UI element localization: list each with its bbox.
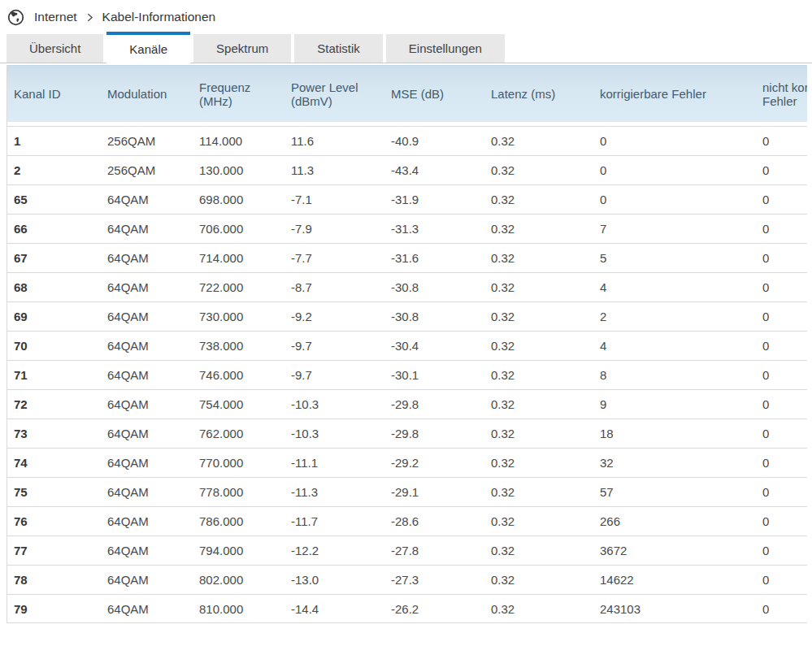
table-cell: -10.3: [284, 418, 384, 448]
table-cell: 266: [593, 506, 756, 535]
table-cell: 0.32: [484, 418, 593, 448]
table-cell: 71: [7, 360, 101, 389]
table-cell: 64QAM: [101, 243, 193, 272]
table-cell: 0: [593, 184, 756, 214]
table-row: 7764QAM794.000-12.2-27.80.3236720: [7, 535, 807, 565]
table-cell: 4: [593, 272, 756, 301]
table-cell: -29.8: [384, 418, 484, 448]
table-cell: 256QAM: [101, 126, 193, 155]
table-cell: 64QAM: [101, 506, 193, 535]
table-cell: 64QAM: [101, 214, 193, 243]
table-cell: 1: [7, 126, 101, 155]
table-row: 7964QAM810.000-14.4-26.20.322431030: [7, 594, 807, 623]
table-cell: -29.8: [384, 389, 484, 418]
table-row: 6664QAM706.000-7.9-31.30.3270: [7, 214, 807, 243]
table-cell: 0: [756, 535, 807, 565]
table-cell: -30.8: [384, 301, 484, 331]
table-cell: 0: [756, 301, 807, 331]
table-cell: 64QAM: [101, 301, 193, 331]
table-cell: 0: [756, 126, 807, 155]
table-cell: 786.000: [193, 506, 284, 535]
table-row: 7164QAM746.000-9.7-30.10.3280: [7, 360, 807, 389]
table-cell: 0.32: [484, 184, 593, 214]
table-cell: 2: [593, 301, 756, 331]
table-cell: 0.32: [484, 214, 593, 243]
table-cell: 754.000: [193, 389, 284, 418]
table-cell: 0: [756, 565, 807, 594]
column-header-kanal-id: Kanal ID: [7, 65, 101, 122]
table-cell: -9.7: [284, 331, 384, 360]
table-cell: 64QAM: [101, 272, 193, 301]
chevron-right-icon: [85, 12, 95, 23]
globe-icon: [7, 9, 24, 26]
table-cell: -11.3: [284, 477, 384, 506]
table-cell: 0: [756, 594, 807, 623]
table-cell: 64QAM: [101, 594, 193, 623]
table-cell: 706.000: [193, 214, 284, 243]
table-cell: 0: [593, 155, 756, 184]
table-cell: 243103: [593, 594, 756, 623]
table-cell: 32: [593, 448, 756, 477]
table-row: 6564QAM698.000-7.1-31.90.3200: [7, 184, 807, 214]
table-row: 7864QAM802.000-13.0-27.30.32146220: [7, 565, 807, 594]
table-cell: 64QAM: [101, 565, 193, 594]
tab-kanaele[interactable]: Kanäle: [106, 32, 190, 63]
table-cell: 7: [593, 214, 756, 243]
channels-table: Kanal ID Modulation Frequenz (MHz) Power…: [7, 65, 807, 623]
tab-einstellungen[interactable]: Einstellungen: [386, 34, 505, 63]
table-cell: 72: [7, 389, 101, 418]
table-cell: 9: [593, 389, 756, 418]
table-cell: 64QAM: [101, 418, 193, 448]
table-cell: -13.0: [284, 565, 384, 594]
table-cell: 730.000: [193, 301, 284, 331]
column-header-power-level: Power Level (dBmV): [284, 65, 384, 122]
table-cell: 66: [7, 214, 101, 243]
table-cell: 18: [593, 418, 756, 448]
table-cell: 65: [7, 184, 101, 214]
table-cell: 746.000: [193, 360, 284, 389]
table-cell: 810.000: [193, 594, 284, 623]
table-cell: 8: [593, 360, 756, 389]
table-row: 6764QAM714.000-7.7-31.60.3250: [7, 243, 807, 272]
table-cell: 0: [593, 126, 756, 155]
table-cell: 70: [7, 331, 101, 360]
table-cell: 256QAM: [101, 155, 193, 184]
column-header-nicht-korrigierbare-fehler: nicht korrigierbare Fehler: [756, 65, 807, 122]
table-cell: -7.9: [284, 214, 384, 243]
table-cell: 64QAM: [101, 477, 193, 506]
table-cell: -29.2: [384, 448, 484, 477]
table-cell: 11.3: [284, 155, 384, 184]
tab-uebersicht[interactable]: Übersicht: [7, 34, 103, 63]
table-cell: 0.32: [484, 243, 593, 272]
table-cell: 0: [756, 360, 807, 389]
table-cell: -27.8: [384, 535, 484, 565]
table-cell: 74: [7, 448, 101, 477]
table-cell: 64QAM: [101, 448, 193, 477]
tab-statistik[interactable]: Statistik: [294, 34, 383, 63]
table-cell: 130.000: [193, 155, 284, 184]
table-cell: 75: [7, 477, 101, 506]
table-cell: 698.000: [193, 184, 284, 214]
table-cell: 64QAM: [101, 389, 193, 418]
column-header-korrigierbare-fehler: korrigierbare Fehler: [593, 65, 756, 122]
table-cell: -11.1: [284, 448, 384, 477]
table-cell: -10.3: [284, 389, 384, 418]
table-cell: -9.7: [284, 360, 384, 389]
table-cell: 0.32: [484, 331, 593, 360]
table-cell: 0.32: [484, 155, 593, 184]
tab-spektrum[interactable]: Spektrum: [193, 34, 291, 63]
table-row: 6964QAM730.000-9.2-30.80.3220: [7, 301, 807, 331]
table-cell: -43.4: [384, 155, 484, 184]
table-cell: -8.7: [284, 272, 384, 301]
table-cell: -30.1: [384, 360, 484, 389]
table-cell: 0.32: [484, 477, 593, 506]
table-cell: -11.7: [284, 506, 384, 535]
column-header-latenz: Latenz (ms): [484, 65, 593, 122]
table-cell: 5: [593, 243, 756, 272]
table-cell: 714.000: [193, 243, 284, 272]
table-cell: -31.3: [384, 214, 484, 243]
table-cell: 64QAM: [101, 184, 193, 214]
table-cell: 770.000: [193, 448, 284, 477]
table-cell: 57: [593, 477, 756, 506]
breadcrumb-item-internet[interactable]: Internet: [34, 10, 77, 24]
